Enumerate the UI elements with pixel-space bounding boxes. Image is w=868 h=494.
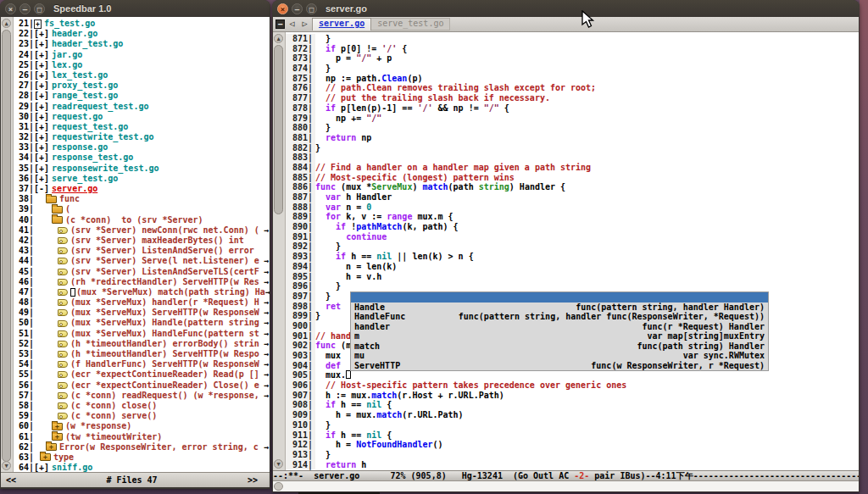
completion-candidate[interactable]	[351, 292, 768, 303]
speedbar-file-row[interactable]: 35|[+]responsewrite_test.go	[14, 164, 270, 174]
code-line[interactable]: 905| mux.	[286, 370, 859, 380]
speedbar-file-row[interactable]: 23|[+]header_test.go	[14, 39, 270, 49]
maximize-icon[interactable]: □	[34, 3, 45, 14]
tag-label[interactable]: (c *conn) to (srv *Server)	[65, 215, 203, 225]
tag-label[interactable]: (ecr *expectContinueReader) Close() e	[70, 380, 259, 391]
code-line[interactable]: 877| // put the trailing slash back if n…	[286, 93, 859, 103]
tag-label[interactable]: (mux *ServeMux) Handle(pattern string	[70, 318, 259, 328]
expand-toggle[interactable]: [+]	[34, 60, 49, 70]
tag-icon[interactable]	[58, 247, 68, 254]
code-line[interactable]: 885|// Most-specific (longest) pattern w…	[286, 173, 859, 183]
file-name[interactable]: request_test.go	[52, 122, 128, 132]
tag-label[interactable]: (mux *ServeMux) HandleFunc(pattern st	[70, 329, 259, 339]
speedbar-file-row[interactable]: 64|[+]sniff.go	[14, 463, 270, 472]
tag-label[interactable]: (mux *ServeMux) handler(r *Request) H	[70, 297, 259, 308]
expand-toggle[interactable]: [+]	[34, 463, 49, 472]
folder-plus-icon[interactable]: +	[52, 423, 63, 430]
folder-plus-icon[interactable]: +	[52, 433, 63, 441]
expand-toggle[interactable]: [+]	[34, 164, 49, 174]
tag-label[interactable]: (w *response)	[65, 421, 131, 431]
tag-label[interactable]: (	[65, 204, 70, 214]
speedbar-scroll-left[interactable]: <<	[1, 475, 16, 485]
speedbar-file-row[interactable]: 33|[+]response.go	[14, 142, 270, 153]
tag-icon[interactable]	[58, 413, 68, 419]
tag-label[interactable]: (h *timeoutHandler) ServeHTTP(w Respo	[70, 349, 259, 359]
speedbar-tag-row[interactable]: 50|(mux *ServeMux) Handle(pattern string…	[14, 318, 270, 328]
tag-icon[interactable]	[58, 402, 68, 409]
code-line[interactable]: 887| var h Handler	[286, 192, 859, 203]
speedbar-tag-row[interactable]: 41|(srv *Server) newConn(rwc net.Conn) (…	[14, 225, 270, 236]
file-name[interactable]: server.go	[52, 184, 97, 194]
code-line[interactable]: 907| h := mux.match(r.Host + r.URL.Path)	[286, 391, 859, 401]
completion-candidate[interactable]: mvar map[string]muxEntry	[351, 331, 768, 341]
expand-toggle[interactable]: [+]	[34, 142, 49, 153]
speedbar-scroll-right[interactable]: >>	[248, 475, 270, 485]
file-name[interactable]: lex_test.go	[52, 70, 108, 80]
tag-label[interactable]: (c *conn) readRequest() (w *response,	[70, 391, 259, 401]
expand-toggle[interactable]: [+]	[34, 132, 49, 142]
tab-serve-test-go[interactable]: serve_test.go	[371, 18, 450, 31]
speedbar-tag-row[interactable]: 54|(f HandlerFunc) ServeHTTP(w ResponseW…	[14, 359, 270, 369]
tag-icon[interactable]	[58, 371, 68, 378]
folder-plus-icon[interactable]: +	[40, 453, 51, 461]
code-line[interactable]: 913| }	[286, 450, 859, 460]
code-line[interactable]: 875| np := path.Clean(p)	[286, 74, 859, 84]
file-page-icon[interactable]: +	[34, 19, 42, 29]
speedbar-file-row[interactable]: 29|[+]readrequest_test.go	[14, 102, 270, 112]
speedbar-file-row[interactable]: 24|[+]jar.go	[14, 50, 270, 60]
file-name[interactable]: fs_test.go	[44, 19, 95, 29]
file-name[interactable]: proxy_test.go	[52, 80, 118, 91]
speedbar-file-row[interactable]: 27|[+]proxy_test.go	[14, 80, 270, 91]
code-line[interactable]: 893| if h == nil || len(k) > n {	[286, 252, 859, 262]
tag-icon[interactable]	[58, 279, 68, 286]
file-name[interactable]: lex.go	[52, 60, 82, 70]
tag-icon[interactable]	[58, 341, 68, 347]
tag-icon[interactable]	[58, 237, 68, 244]
code-line[interactable]: 914| return h	[286, 460, 859, 470]
tab-server-go[interactable]: server.go	[312, 18, 371, 31]
tag-icon[interactable]	[58, 299, 68, 306]
speedbar-tag-row[interactable]: 61|+(tw *timeoutWriter)	[14, 432, 270, 442]
speedbar-file-row[interactable]: 37|[-]server.go	[14, 184, 270, 194]
speedbar-file-row[interactable]: 32|[+]requestwrite_test.go	[14, 132, 270, 142]
speedbar-tag-row[interactable]: 48|(mux *ServeMux) handler(r *Request) H…	[14, 297, 270, 308]
scroll-up-icon[interactable]: ▲	[2, 19, 11, 28]
code-line[interactable]: 909| h = mux.match(r.URL.Path)	[286, 410, 859, 420]
code-editor[interactable]: 871| }872| if p[0] != '/' {873| p = "/" …	[286, 32, 859, 470]
speedbar-tag-row[interactable]: 43|(srv *Server) ListenAndServe() error	[14, 246, 270, 256]
speedbar-tag-row[interactable]: 57|(c *conn) readRequest() (w *response,…	[14, 391, 270, 401]
file-name[interactable]: sniff.go	[52, 463, 92, 472]
tag-label[interactable]: Error(w ResponseWriter, error string, c	[59, 442, 259, 452]
code-line[interactable]: 906| // Host-specific pattern takes prec…	[286, 380, 859, 391]
code-line[interactable]: 883|	[286, 153, 859, 163]
speedbar-file-row[interactable]: 22|[+]header.go	[14, 29, 270, 39]
speedbar-tag-row[interactable]: 38|func	[14, 194, 270, 204]
expand-toggle[interactable]: [-]	[34, 184, 49, 194]
scroll-down-icon[interactable]: ▼	[274, 459, 283, 469]
tag-label[interactable]: (tw *timeoutWriter)	[65, 432, 162, 442]
folder-plus-icon[interactable]: +	[46, 443, 57, 451]
minimize-icon[interactable]: –	[292, 3, 303, 14]
tag-icon[interactable]	[58, 227, 68, 234]
speedbar-tag-row[interactable]: 56|(ecr *expectContinueReader) Close() e…	[14, 380, 270, 391]
tag-icon[interactable]	[58, 320, 68, 327]
tag-icon[interactable]	[58, 330, 68, 337]
completion-candidate[interactable]: Handlefunc(pattern string, handler Handl…	[351, 303, 768, 313]
tag-label[interactable]: func	[59, 194, 80, 204]
expand-toggle[interactable]: [+]	[34, 153, 49, 163]
tag-label[interactable]: (c *conn) serve()	[70, 411, 157, 421]
scroll-down-icon[interactable]: ▼	[2, 461, 11, 470]
expand-toggle[interactable]: [+]	[34, 174, 49, 184]
speedbar-tag-row[interactable]: 53|(h *timeoutHandler) ServeHTTP(w Respo…	[14, 349, 270, 359]
tag-label[interactable]: type	[53, 452, 74, 463]
completion-candidate[interactable]: HandleFuncfunc(pattern string, handler f…	[351, 312, 768, 322]
speedbar-tag-row[interactable]: 42|(srv *Server) maxHeaderBytes() int	[14, 236, 270, 246]
code-line[interactable]: 890| if !pathMatch(k, path) {	[286, 222, 859, 232]
tag-icon[interactable]	[58, 351, 68, 358]
scrollbar-thumb[interactable]	[2, 30, 11, 462]
tag-label[interactable]: (srv *Server) ListenAndServe() error	[70, 246, 254, 256]
tag-icon[interactable]	[58, 361, 68, 368]
code-line[interactable]: 888| var n = 0	[286, 203, 859, 213]
speedbar-tag-row[interactable]: 46|(rh *redirectHandler) ServeHTTP(w Res…	[14, 277, 270, 287]
file-name[interactable]: readrequest_test.go	[52, 102, 148, 112]
